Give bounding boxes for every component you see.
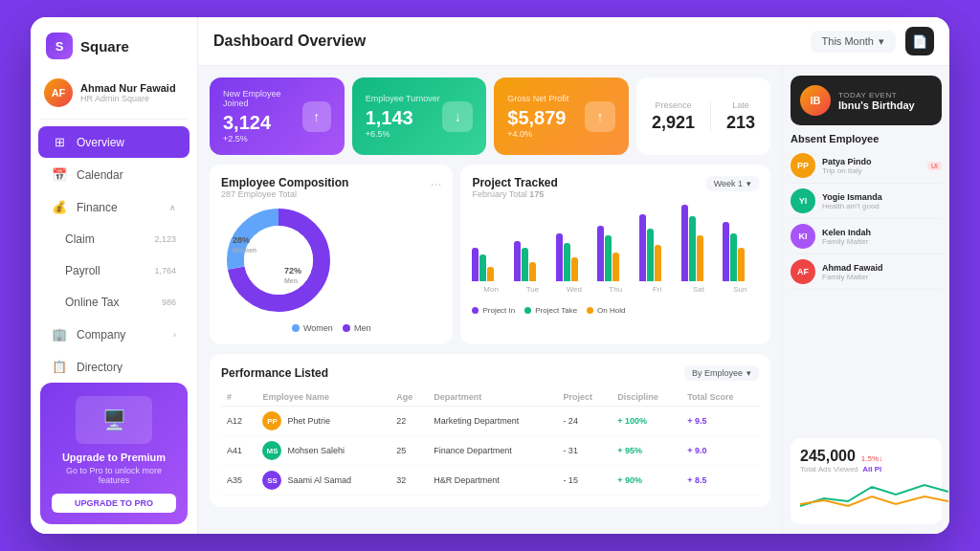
sidebar-item-calendar[interactable]: 📅 Calendar (38, 159, 189, 190)
divider (710, 102, 711, 131)
bar-project-in (514, 241, 521, 281)
bar-project-in (681, 205, 688, 281)
ads-label: Total Ads Viewed All Pl (800, 465, 932, 474)
women-color-dot (292, 324, 300, 332)
sidebar-item-claim[interactable]: Claim 2,123 (38, 224, 189, 254)
bar-group-thu (597, 226, 634, 281)
week-filter[interactable]: Week 1 ▾ (706, 176, 759, 191)
table-row: A35 SS Saami Al Samad 32 H&R Department (221, 466, 759, 496)
row-dept: H&R Department (428, 466, 557, 496)
stat-icon: ↑ (302, 101, 331, 132)
presence-label: Presence (652, 100, 695, 110)
row-score: + 9.5 (681, 407, 759, 436)
row-id: A12 (221, 407, 256, 436)
charts-row: Employee Composition 287 Employee Total … (210, 165, 770, 344)
absent-avatar: KI (791, 224, 815, 249)
topbar: Dashboard Overview This Month ▾ 📄 (198, 17, 949, 66)
chart-header: Project Tracked February Total 175 Week … (472, 176, 759, 199)
main-content: Dashboard Overview This Month ▾ 📄 New Em… (198, 17, 949, 534)
online-tax-badge: 986 (162, 298, 176, 307)
export-button[interactable]: 📄 (905, 27, 934, 55)
bar-project-in (556, 233, 563, 281)
chevron-down-icon: ▾ (746, 179, 751, 188)
more-options-icon[interactable]: ··· (431, 176, 442, 191)
chevron-icon: ∧ (169, 203, 176, 212)
absent-info: Patya Pindo Trip on Italy (822, 157, 872, 175)
men-label: Men (354, 323, 371, 333)
employee-composition-card: Employee Composition 287 Employee Total … (210, 165, 453, 344)
employee-cell: PP Phet Putrie (262, 411, 385, 430)
content-area: New Employee Joined 3,124 +2.5% ↑ Employ… (198, 66, 949, 534)
stat-value: 1,143 (366, 107, 440, 129)
sidebar-item-label: Finance (77, 201, 118, 214)
sidebar-item-finance[interactable]: 💰 Finance ∧ (38, 191, 189, 223)
sidebar-item-directory[interactable]: 📋 Directory (38, 351, 189, 373)
donut-chart: 28%Women 72%Men (221, 203, 336, 318)
bar-on-hold (571, 257, 578, 281)
employee-cell: SS Saami Al Samad (262, 471, 385, 490)
project-in-dot (472, 307, 479, 314)
row-project: - 24 (557, 407, 612, 436)
row-dept: Finance Department (428, 436, 557, 466)
employee-name: Mohsen Salehi (287, 446, 345, 455)
content-main: New Employee Joined 3,124 +2.5% ↑ Employ… (198, 66, 782, 534)
user-name: Ahmad Nur Fawaid (80, 82, 176, 94)
event-title: Ibnu's Birthday (838, 99, 915, 111)
avatar: AF (44, 78, 73, 107)
legend-label: Project In (482, 306, 515, 315)
row-discipline: + 90% (612, 466, 681, 496)
bar-on-hold (697, 235, 703, 281)
chart-subtitle: February Total 175 (472, 189, 557, 199)
employee-avatar: MS (262, 441, 281, 460)
employee-avatar: SS (262, 471, 281, 490)
legend-men: Men (343, 323, 371, 333)
legend-on-hold: On Hold (587, 306, 625, 315)
day-label: Thu (597, 285, 635, 294)
row-score: + 8.5 (681, 466, 759, 496)
upgrade-button[interactable]: UPGRADE TO PRO (52, 494, 176, 513)
mini-line-chart (800, 477, 932, 515)
project-take-dot (524, 307, 531, 314)
stat-card-info: Employee Turnover 1,143 +6.5% (366, 94, 440, 139)
performance-filter[interactable]: By Employee ▾ (684, 365, 759, 381)
app-logo: S Square (31, 17, 197, 71)
overview-icon: ⊞ (52, 135, 67, 149)
row-name: MS Mohsen Salehi (256, 436, 390, 466)
sidebar-item-online-tax[interactable]: Online Tax 986 (38, 287, 189, 318)
sidebar-item-overview[interactable]: ⊞ Overview (38, 126, 189, 158)
bar-project-take (564, 243, 570, 281)
performance-table-body: A12 PP Phet Putrie 22 Marketing Departme… (221, 407, 759, 496)
absent-info: Ahmad Fawaid Family Matter (822, 263, 883, 281)
topbar-right: This Month ▾ 📄 (811, 27, 934, 55)
presence-late-card: Presence 2,921 Late 213 (636, 77, 770, 155)
table-row: A41 MS Mohsen Salehi 25 Finance Departme… (221, 436, 759, 466)
month-filter[interactable]: This Month ▾ (811, 31, 896, 53)
app-name: Square (80, 38, 129, 55)
stat-value: 3,124 (223, 112, 302, 134)
bar-on-hold (529, 262, 536, 281)
absent-name: Patya Pindo (822, 157, 872, 166)
absent-item: PP Patya Pindo Trip on Italy UI (791, 148, 942, 184)
stat-value: $5,879 (507, 107, 568, 129)
sidebar-item-payroll[interactable]: Payroll 1,764 (38, 255, 189, 286)
performance-table: # Employee Name Age Department Project D… (221, 388, 759, 496)
user-info: Ahmad Nur Fawaid HR Admin Square (80, 82, 176, 103)
chevron-down-icon: ▾ (879, 35, 884, 48)
month-filter-label: This Month (822, 35, 874, 47)
day-label: Mon (472, 285, 509, 294)
day-label: Tue (514, 285, 551, 294)
absent-item: AF Ahmad Fawaid Family Matter (791, 254, 942, 290)
event-info: TODAY EVENT Ibnu's Birthday (838, 91, 915, 111)
sidebar-item-label: Payroll (65, 264, 100, 277)
bar-chart-legend: Project In Project Take On Hold (472, 306, 759, 315)
absent-name: Yogie Ismanda (822, 192, 882, 202)
employee-name: Phet Putrie (287, 416, 330, 426)
absent-reason: Family Matter (822, 273, 883, 281)
bar-project-in (597, 226, 604, 281)
bar-project-in (472, 248, 479, 281)
sidebar-item-label: Company (77, 328, 125, 342)
stat-card-employees: New Employee Joined 3,124 +2.5% ↑ (210, 77, 345, 155)
bar-on-hold (612, 253, 619, 281)
bar-group-wed (556, 233, 592, 281)
sidebar-item-company[interactable]: 🏢 Company › (38, 319, 189, 350)
